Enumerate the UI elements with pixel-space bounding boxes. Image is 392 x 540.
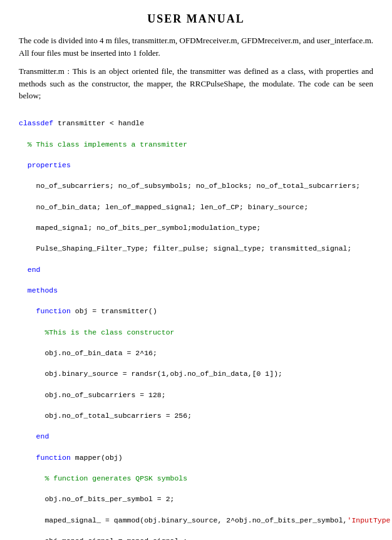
intro-para2: Transmitter.m : This is an object orient… [19,65,373,102]
code-block: classdef transmitter < handle % This cla… [19,108,373,541]
page-title: USER MANUAL [19,13,373,26]
intro-para1: The code is divided into 4 m files, tran… [19,34,373,59]
